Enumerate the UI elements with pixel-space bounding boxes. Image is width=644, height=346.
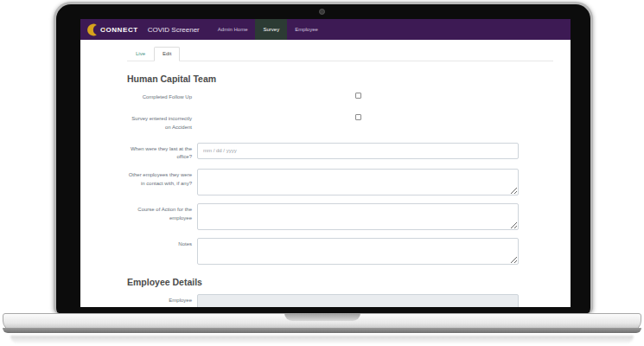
form-row-employee: Employee: [127, 294, 519, 307]
tab-live[interactable]: Live: [127, 47, 154, 61]
form-row-notes: Notes: [127, 238, 519, 265]
app-screen: CONNECT COVID Screener Admin Home Survey…: [80, 19, 571, 307]
field-label: Completed Follow Up: [127, 91, 192, 101]
webcam-icon: [319, 9, 325, 15]
notes-textarea[interactable]: [197, 238, 519, 265]
laptop-reflection: [10, 336, 634, 344]
logo-dot-icon: [104, 29, 106, 31]
other-employees-textarea[interactable]: [197, 169, 519, 195]
laptop-lid-notch: [284, 313, 360, 321]
section-title-employee-details: Employee Details: [127, 277, 519, 287]
laptop-base-edge: [3, 328, 641, 333]
last-at-office-date-input[interactable]: [197, 143, 519, 159]
crescent-moon-icon: [86, 22, 99, 37]
form-row-last-at-office: When were they last at the office?: [127, 143, 519, 162]
nav-item-employee[interactable]: Employee: [287, 19, 326, 40]
field-label: Other employees they were in contact wit…: [127, 169, 192, 188]
laptop-mockup: CONNECT COVID Screener Admin Home Survey…: [0, 0, 644, 346]
nav-item-survey[interactable]: Survey: [255, 19, 287, 40]
tab-edit[interactable]: Edit: [154, 47, 180, 61]
survey-entered-incorrectly-checkbox[interactable]: [355, 114, 361, 120]
field-label: When were they last at the office?: [127, 143, 192, 162]
field-label: Course of Action for the employee: [127, 203, 192, 222]
field-label: Employee: [127, 294, 192, 304]
field-label: Notes: [127, 238, 192, 248]
form-content: Human Capital Team Completed Follow Up S…: [80, 74, 571, 307]
form-row-completed-follow-up: Completed Follow Up: [127, 91, 519, 101]
nav-item-admin-home[interactable]: Admin Home: [210, 19, 256, 40]
completed-follow-up-checkbox[interactable]: [355, 93, 361, 99]
employee-input-disabled: [197, 294, 519, 307]
top-navbar: CONNECT COVID Screener Admin Home Survey…: [80, 19, 571, 40]
product-title: COVID Screener: [148, 26, 200, 34]
course-of-action-textarea[interactable]: [197, 203, 519, 230]
connect-logo[interactable]: CONNECT: [86, 19, 138, 40]
field-label: Survey entered incorrectly on Accident: [127, 112, 192, 131]
section-title-human-capital: Human Capital Team: [127, 74, 519, 84]
nav-menu: Admin Home Survey Employee: [210, 19, 326, 40]
form-row-course-of-action: Course of Action for the employee: [127, 203, 519, 230]
form-row-other-employees: Other employees they were in contact wit…: [127, 169, 519, 195]
form-row-survey-entered-incorrectly: Survey entered incorrectly on Accident: [127, 112, 519, 131]
view-tabs: Live Edit: [127, 47, 553, 61]
